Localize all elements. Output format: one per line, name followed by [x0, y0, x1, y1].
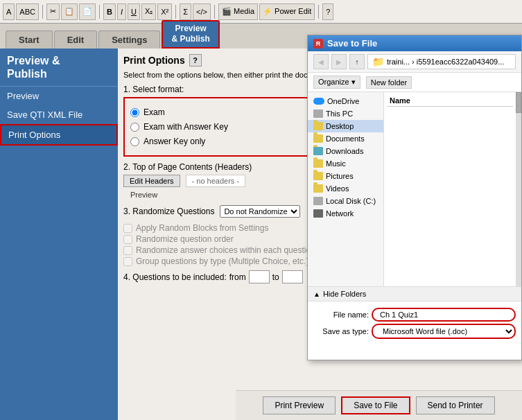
- sidebar-label-desktop: Desktop: [326, 122, 354, 130]
- breadcrumb: 📁 traini... › i5591eacc6322a043409...: [367, 54, 516, 69]
- onedrive-icon: [313, 98, 324, 105]
- edit-headers-button[interactable]: Edit Headers: [123, 175, 180, 187]
- save-type-select[interactable]: Microsoft Word file (.doc): [372, 324, 516, 339]
- sidebar-item-videos[interactable]: Videos: [308, 182, 383, 195]
- checkbox-label-0: Apply Random Blocks from Settings: [136, 223, 268, 233]
- main-toolbar: A ABC ✂ 📋 📄 B I U X₂ X² Σ </> 🎬 Media ⚡ …: [0, 0, 522, 24]
- checkbox-question-order[interactable]: [123, 235, 132, 244]
- file-name-input[interactable]: [372, 308, 516, 322]
- tab-edit[interactable]: Edit: [54, 30, 98, 49]
- dialog-scrollbar[interactable]: [516, 92, 521, 286]
- toolbar-btn-underline[interactable]: U: [128, 3, 140, 20]
- sidebar-item-network[interactable]: Network: [308, 207, 383, 220]
- dialog-titlebar: R Save to File: [308, 35, 521, 51]
- tab-start[interactable]: Start: [6, 30, 53, 49]
- breadcrumb-text: traini... › i5591eacc6322a043409...: [387, 58, 504, 66]
- sidebar-label-documents: Documents: [326, 134, 365, 143]
- toolbar-btn-italic[interactable]: I: [117, 3, 126, 20]
- to-input[interactable]: [282, 270, 303, 283]
- toolbar-btn-bold[interactable]: B: [103, 3, 116, 20]
- sidebar-item-onedrive[interactable]: OneDrive: [308, 95, 383, 107]
- tab-settings[interactable]: Settings: [98, 30, 160, 49]
- nav-forward-button[interactable]: ▶: [331, 54, 347, 69]
- checkbox-answer-choices[interactable]: [123, 246, 132, 255]
- save-to-file-button[interactable]: Save to File: [341, 396, 410, 414]
- no-headers-label: - no headers -: [186, 175, 245, 187]
- format-radio-answer-only[interactable]: [130, 137, 139, 146]
- headers-preview-link[interactable]: Preview: [130, 191, 157, 199]
- nav-back-button[interactable]: ◀: [313, 54, 329, 69]
- hide-folders-bar[interactable]: ▲ Hide Folders: [308, 286, 521, 301]
- dialog-nav: ◀ ▶ ↑ 📁 traini... › i5591eacc6322a043409…: [308, 51, 521, 73]
- tab-preview-publish[interactable]: Preview& Publish: [162, 20, 219, 49]
- from-label: from: [229, 272, 246, 282]
- checkbox-label-2: Randomize answer choices within each que…: [136, 245, 317, 255]
- sidebar-item-save-qti[interactable]: Save QTI XML File: [0, 105, 118, 124]
- toolbar-btn-abc[interactable]: ABC: [16, 3, 39, 20]
- file-name-label: File name:: [313, 310, 369, 319]
- sidebar-item-downloads[interactable]: Downloads: [308, 145, 383, 157]
- save-type-label: Save as type:: [313, 327, 369, 335]
- format-radio-exam-answer[interactable]: [130, 123, 139, 132]
- sidebar-header: Preview &Publish: [0, 49, 118, 87]
- toolbar-btn-help[interactable]: ?: [322, 3, 333, 20]
- dialog-title: Save to File: [327, 38, 377, 49]
- dialog-sidebar: OneDrive This PC Desktop Documents Downl…: [308, 92, 384, 286]
- toolbar-btn-spell[interactable]: A: [3, 3, 15, 20]
- toolbar-btn-sub[interactable]: X₂: [141, 3, 156, 20]
- toolbar-btn-copy[interactable]: 📋: [61, 3, 78, 20]
- toolbar-btn-sum[interactable]: Σ: [180, 3, 191, 20]
- local-disk-icon: [313, 197, 323, 205]
- sidebar-item-print-options[interactable]: Print Options: [0, 124, 118, 146]
- section3-label: 3. Randomize Questions: [123, 207, 214, 216]
- toolbar-btn-paste[interactable]: 📄: [79, 3, 96, 20]
- print-preview-button[interactable]: Print Preview: [263, 396, 336, 414]
- send-to-printer-button[interactable]: Send to Printer: [416, 396, 495, 414]
- folder-icon-music: [313, 159, 323, 168]
- scroll-thumb[interactable]: [516, 92, 521, 113]
- section4-label: 4. Questions to be included:: [123, 272, 227, 282]
- sidebar-item-documents[interactable]: Documents: [308, 132, 383, 145]
- sidebar-label-onedrive: OneDrive: [327, 97, 359, 105]
- sidebar-label-videos: Videos: [326, 184, 349, 193]
- sidebar-item-preview[interactable]: Preview: [0, 87, 118, 105]
- file-column-header: Name: [387, 95, 513, 107]
- separator-4: [214, 5, 215, 19]
- sidebar-item-local-disk[interactable]: Local Disk (C:): [308, 195, 383, 207]
- help-button[interactable]: ?: [189, 54, 202, 67]
- toolbar-btn-cut[interactable]: ✂: [46, 3, 60, 20]
- from-input[interactable]: [249, 270, 270, 283]
- content-title: Print Options: [123, 55, 185, 66]
- bottom-bar: Print Preview Save to File Send to Print…: [236, 390, 522, 420]
- sidebar-label-pictures: Pictures: [326, 172, 354, 180]
- breadcrumb-folder-icon: 📁: [372, 56, 384, 67]
- randomize-select[interactable]: Do not Randomize Randomize Use Settings: [220, 205, 300, 218]
- sidebar-item-this-pc[interactable]: This PC: [308, 107, 383, 120]
- organize-button[interactable]: Organize ▾: [313, 76, 360, 89]
- checkbox-label-1: Randomize question order: [136, 234, 234, 244]
- sidebar-item-pictures[interactable]: Pictures: [308, 170, 383, 182]
- checkbox-random-blocks[interactable]: [123, 224, 132, 233]
- toolbar-btn-media[interactable]: 🎬 Media: [218, 3, 258, 20]
- sidebar-label-network: Network: [326, 209, 354, 218]
- save-to-file-dialog: R Save to File ◀ ▶ ↑ 📁 traini... › i5591…: [307, 35, 522, 360]
- sidebar-item-desktop[interactable]: Desktop: [308, 120, 383, 132]
- format-radio-exam[interactable]: [130, 108, 139, 117]
- dialog-app-icon: R: [313, 39, 323, 49]
- sidebar-item-music[interactable]: Music: [308, 157, 383, 170]
- toolbar-btn-sup[interactable]: X²: [157, 3, 172, 20]
- nav-up-button[interactable]: ↑: [349, 54, 365, 69]
- separator-5: [318, 5, 319, 19]
- toolbar-btn-code[interactable]: </>: [193, 3, 211, 20]
- checkbox-label-3: Group questions by type (Multiple Choice…: [136, 256, 308, 266]
- new-folder-button[interactable]: New folder: [366, 76, 412, 89]
- separator-1: [42, 5, 43, 19]
- checkbox-group-questions[interactable]: [123, 257, 132, 266]
- sidebar: Preview &Publish Preview Save QTI XML Fi…: [0, 49, 118, 420]
- toolbar-btn-power-edit[interactable]: ⚡ Power Edit: [259, 3, 315, 20]
- folder-icon-pictures: [313, 172, 323, 180]
- sidebar-label-music: Music: [326, 159, 346, 168]
- dialog-bottom: File name: Save as type: Microsoft Word …: [308, 301, 521, 345]
- sidebar-label-downloads: Downloads: [326, 147, 363, 155]
- sidebar-label-local-disk: Local Disk (C:): [326, 197, 376, 205]
